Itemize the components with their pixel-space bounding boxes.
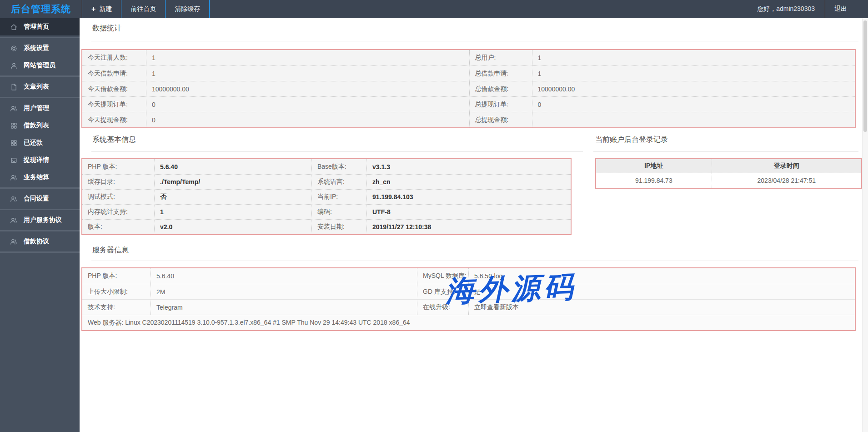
sidebar-item-label: 用户管理: [24, 104, 49, 112]
system-info-table: PHP 版本: 5.6.40 Base版本: v3.1.3 缓存目录: ./Te…: [81, 158, 572, 235]
stat-value: 0: [146, 97, 469, 112]
grid-icon: [10, 139, 18, 147]
greeting-text: 您好，admin230303: [757, 0, 825, 18]
server-value: 5.6.50-log: [468, 268, 855, 284]
sidebar-item-label: 网站管理员: [24, 61, 55, 70]
go-homepage-button[interactable]: 前往首页: [121, 0, 165, 18]
table-header-row: IP地址 登录时间: [596, 159, 861, 173]
users-icon: [10, 105, 18, 112]
clear-cache-label: 清除缓存: [175, 5, 200, 13]
sidebar-item-label: 已还款: [24, 139, 43, 147]
stat-value: 1: [146, 50, 469, 65]
login-records-table: IP地址 登录时间 91.199.84.73 2023/04/28 21:47:…: [595, 158, 862, 189]
stat-label: 总提现订单:: [469, 97, 532, 112]
users-icon: [10, 174, 18, 181]
info-value: UTF-8: [366, 205, 571, 219]
document-icon: [10, 83, 18, 91]
info-value: 否: [154, 190, 311, 204]
sidebar-group-divider: [0, 37, 80, 38]
info-label: 调试模式:: [82, 190, 154, 204]
sidebar-item-loan-list[interactable]: 借款列表: [0, 117, 80, 134]
server-value: 5.6.40: [151, 268, 417, 284]
section-divider: [91, 151, 583, 152]
table-row: 今天借款申请: 1 总借款申请: 1: [82, 65, 855, 81]
info-label: 系统语言:: [311, 175, 366, 189]
login-record-ip: 91.199.84.73: [596, 173, 712, 188]
info-label: PHP 版本:: [82, 159, 154, 174]
table-row: 今天注册人数: 1 总用户: 1: [82, 50, 855, 65]
sidebar-item-site-admin[interactable]: 网站管理员: [0, 57, 80, 74]
table-row: PHP 版本: 5.6.40 Base版本: v3.1.3: [82, 159, 571, 174]
sidebar-item-article-list[interactable]: 文章列表: [0, 78, 80, 95]
info-value: v3.1.3: [366, 159, 571, 174]
bag-icon: [10, 156, 18, 164]
table-row: 内存统计支持: 1 编码: UTF-8: [82, 204, 571, 219]
stat-value: 10000000.00: [532, 81, 855, 96]
users-icon: [10, 216, 18, 224]
table-row: 调试模式: 否 当前IP: 91.199.84.103: [82, 189, 571, 204]
plus-icon: +: [91, 5, 95, 13]
stat-value: [532, 112, 855, 127]
sidebar-group-divider: [0, 230, 80, 231]
scrollbar-thumb[interactable]: [863, 20, 867, 132]
sidebar-item-user-management[interactable]: 用户管理: [0, 100, 80, 117]
scrollbar-track[interactable]: [862, 18, 868, 432]
info-value: 1: [154, 205, 311, 219]
info-label: Base版本:: [311, 159, 366, 174]
stat-label: 总提现金额:: [469, 112, 532, 127]
stat-label: 今天提现金额:: [82, 112, 146, 127]
sidebar-item-repaid[interactable]: 已还款: [0, 134, 80, 151]
new-button-label: 新建: [99, 5, 112, 13]
topbar-menu: + 新建 前往首页 清除缓存: [82, 0, 210, 18]
sidebar-item-admin-home[interactable]: 管理首页: [0, 18, 80, 35]
users-icon: [10, 238, 18, 246]
go-homepage-label: 前往首页: [130, 5, 156, 13]
sidebar-item-business-settlement[interactable]: 业务结算: [0, 169, 80, 186]
server-label: 在线升级:: [417, 300, 468, 315]
user-icon: [10, 62, 18, 70]
sidebar-group-divider: [0, 209, 80, 210]
sidebar-item-label: 借款协议: [24, 237, 49, 246]
server-info-section-title: 服务器信息: [92, 246, 129, 255]
stat-value: 0: [146, 112, 469, 127]
section-divider: [593, 151, 858, 152]
clear-cache-button[interactable]: 清除缓存: [165, 0, 210, 18]
login-records-section-title: 当前账户后台登录记录: [595, 135, 668, 145]
sidebar: 管理首页 系统设置 网站管理员 文章列表 用户管理 借款列表 已还款 提现详情 …: [0, 18, 80, 432]
column-header-login-time: 登录时间: [712, 159, 861, 173]
section-divider: [91, 261, 858, 261]
server-info-table: PHP 版本: 5.6.40 MySQL 数据库: 5.6.50-log 上传大…: [81, 267, 856, 331]
sidebar-item-contract-settings[interactable]: 合同设置: [0, 190, 80, 207]
info-label: 版本:: [82, 220, 154, 234]
logout-button[interactable]: 退出: [825, 0, 856, 18]
app-title: 后台管理系统: [0, 0, 82, 18]
info-value: 91.199.84.103: [366, 190, 571, 204]
info-label: 安装日期:: [311, 220, 366, 234]
table-row: 今天提现订单: 0 总提现订单: 0: [82, 96, 855, 112]
stats-section-title: 数据统计: [92, 24, 121, 33]
sidebar-item-user-service-agreement[interactable]: 用户服务协议: [0, 211, 80, 229]
users-icon: [10, 195, 18, 203]
sidebar-item-system-settings[interactable]: 系统设置: [0, 40, 80, 57]
section-divider: [91, 41, 858, 41]
stat-label: 今天借款申请:: [82, 66, 146, 81]
main-content: 数据统计 今天注册人数: 1 总用户: 1 今天借款申请: 1 总借款申请: 1…: [80, 18, 863, 432]
info-label: 当前IP:: [311, 190, 366, 204]
sidebar-item-loan-agreement[interactable]: 借款协议: [0, 233, 80, 250]
check-new-version-link[interactable]: 立即查看新版本: [468, 300, 855, 315]
info-value: zh_cn: [366, 175, 571, 189]
sidebar-item-withdraw-details[interactable]: 提现详情: [0, 151, 80, 169]
table-row: 版本: v2.0 安装日期: 2019/11/27 12:10:38: [82, 219, 571, 234]
grid-icon: [10, 122, 18, 130]
sidebar-item-label: 提现详情: [24, 156, 49, 164]
server-label: GD 库支持:: [417, 284, 468, 299]
stat-label: 总借款申请:: [469, 66, 532, 81]
new-button[interactable]: + 新建: [82, 0, 121, 18]
table-row: 今天借款金额: 10000000.00 总借款金额: 10000000.00: [82, 81, 855, 96]
sidebar-item-label: 管理首页: [24, 23, 49, 31]
web-server-info: Web 服务器: Linux C20230201114519 3.10.0-95…: [82, 315, 855, 330]
stat-label: 总借款金额:: [469, 81, 532, 96]
login-record-time: 2023/04/28 21:47:51: [712, 173, 861, 188]
stat-value: 1: [532, 66, 855, 81]
stats-table: 今天注册人数: 1 总用户: 1 今天借款申请: 1 总借款申请: 1 今天借款…: [81, 49, 856, 128]
